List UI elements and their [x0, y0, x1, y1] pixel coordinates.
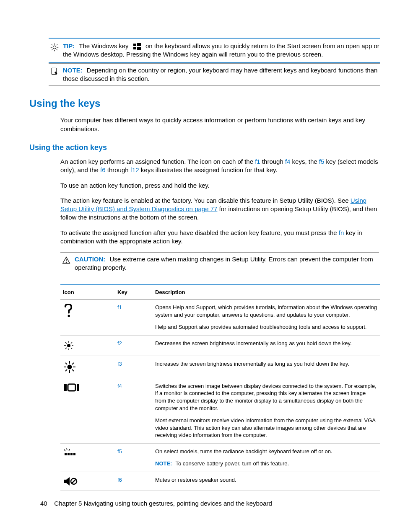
svg-rect-42 [68, 453, 70, 455]
table-row: f6Mutes or restores speaker sound. [60, 472, 380, 491]
svg-line-40 [69, 449, 70, 451]
tip-icon [49, 42, 60, 59]
th-key: Key [115, 285, 153, 300]
note-inline-label: NOTE: [155, 460, 172, 467]
mute-icon [60, 472, 115, 491]
switch-display-icon [60, 378, 115, 443]
key-cell: f1 [115, 300, 153, 336]
heading-action-keys: Using the action keys [29, 142, 380, 152]
desc-text: Help and Support also provides automated… [155, 323, 377, 331]
svg-point-15 [66, 262, 66, 263]
action-para-1: An action key performs an assigned funct… [60, 158, 379, 175]
intro-paragraph: Your computer has different ways to quic… [60, 116, 379, 133]
key-f1-link[interactable]: f1 [255, 158, 260, 165]
table-row: f5On select models, turns the radiance b… [60, 443, 380, 472]
svg-point-17 [67, 344, 70, 347]
desc-text: Increases the screen brightness incremen… [155, 360, 377, 368]
table-row: f3Increases the screen brightness increm… [60, 356, 380, 378]
key-cell: f5 [115, 443, 153, 472]
svg-line-24 [65, 348, 67, 349]
heading-using-keys: Using the keys [29, 97, 380, 110]
svg-line-39 [67, 448, 67, 450]
key-f4-link[interactable]: f4 [285, 158, 291, 165]
windows-key-icon [133, 43, 141, 50]
action-para-3: The action key feature is enabled at the… [60, 196, 379, 222]
key-cell: f6 [115, 472, 153, 491]
tip-callout: TIP: The Windows key on the keyboard all… [49, 38, 380, 63]
chapter-title: Chapter 5 Navigating using touch gesture… [54, 500, 272, 507]
svg-line-46 [72, 479, 76, 483]
desc-text: Decreases the screen brightness incremen… [155, 340, 377, 347]
key-f5-link[interactable]: f5 [319, 158, 325, 165]
svg-rect-10 [137, 43, 141, 46]
key-label: f6 [117, 477, 122, 483]
svg-line-5 [52, 44, 52, 45]
action-para-4: To activate the assigned function after … [60, 229, 379, 246]
page-footer: 40 Chapter 5 Navigating using touch gest… [40, 499, 272, 508]
desc-text: Switches the screen image between displa… [155, 382, 377, 412]
svg-line-23 [71, 348, 72, 349]
svg-rect-44 [73, 453, 75, 455]
svg-rect-41 [65, 453, 67, 455]
key-cell: f2 [115, 335, 153, 356]
key-f6-link[interactable]: f6 [100, 166, 106, 173]
note-label: NOTE: [63, 67, 83, 74]
desc-cell: Mutes or restores speaker sound. [153, 472, 380, 491]
caution-text: Use extreme care when making changes in … [75, 256, 373, 271]
svg-line-22 [65, 342, 67, 343]
key-label: f5 [117, 448, 122, 455]
caution-label: CAUTION: [75, 256, 105, 263]
tip-text-a: The Windows key [79, 42, 128, 49]
svg-line-25 [71, 342, 72, 343]
backlight-keyboard-icon [60, 443, 115, 472]
svg-rect-37 [77, 384, 79, 391]
table-row: f2Decreases the screen brightness increm… [60, 335, 380, 356]
key-label: f3 [117, 361, 122, 367]
key-label: f2 [117, 340, 122, 346]
key-fn-link[interactable]: fn [339, 229, 344, 236]
svg-point-16 [68, 315, 70, 317]
desc-cell: On select models, turns the radiance bac… [153, 443, 380, 472]
svg-rect-9 [133, 44, 136, 46]
desc-cell: Opens Help and Support, which provides t… [153, 300, 380, 336]
svg-rect-11 [133, 47, 136, 49]
th-icon: Icon [60, 285, 115, 300]
desc-cell: Increases the screen brightness incremen… [153, 356, 380, 378]
svg-line-6 [57, 49, 57, 50]
desc-text: Opens Help and Support, which provides t… [155, 304, 377, 318]
key-f12-link[interactable]: f12 [130, 166, 139, 173]
table-row: f4Switches the screen image between disp… [60, 378, 380, 443]
note-icon [49, 66, 60, 83]
key-label: f1 [117, 304, 122, 310]
svg-line-34 [72, 363, 74, 364]
tip-body: TIP: The Windows key on the keyboard all… [63, 42, 380, 59]
desc-text: Most external monitors receive video inf… [155, 417, 377, 439]
svg-line-8 [57, 44, 57, 45]
svg-line-7 [52, 49, 52, 50]
desc-text: On select models, turns the radiance bac… [155, 448, 377, 455]
note-text: Depending on the country or region, your… [63, 67, 377, 82]
caution-icon [60, 255, 72, 272]
svg-line-33 [65, 369, 67, 371]
desc-cell: Switches the screen image between displa… [153, 378, 380, 443]
svg-rect-36 [68, 384, 75, 391]
action-keys-table: Icon Key Description f1Opens Help and Su… [60, 284, 380, 491]
help-icon [60, 300, 115, 336]
svg-line-32 [72, 369, 74, 371]
svg-point-26 [68, 364, 72, 369]
svg-rect-12 [137, 47, 141, 50]
key-cell: f4 [115, 378, 153, 443]
svg-line-31 [65, 363, 67, 364]
action-para-2: To use an action key function, press and… [60, 181, 379, 190]
svg-line-38 [64, 449, 65, 451]
desc-text: Mutes or restores speaker sound. [155, 476, 377, 484]
key-cell: f3 [115, 356, 153, 378]
svg-point-0 [53, 46, 56, 49]
svg-rect-35 [64, 384, 67, 391]
page-number: 40 [40, 500, 47, 507]
key-label: f4 [117, 383, 122, 389]
caution-callout: CAUTION: Use extreme care when making ch… [60, 252, 379, 275]
desc-note: NOTE:To conserve battery power, turn off… [155, 460, 377, 467]
th-desc: Description [153, 285, 380, 300]
note-inline-text: To conserve battery power, turn off this… [175, 460, 289, 467]
